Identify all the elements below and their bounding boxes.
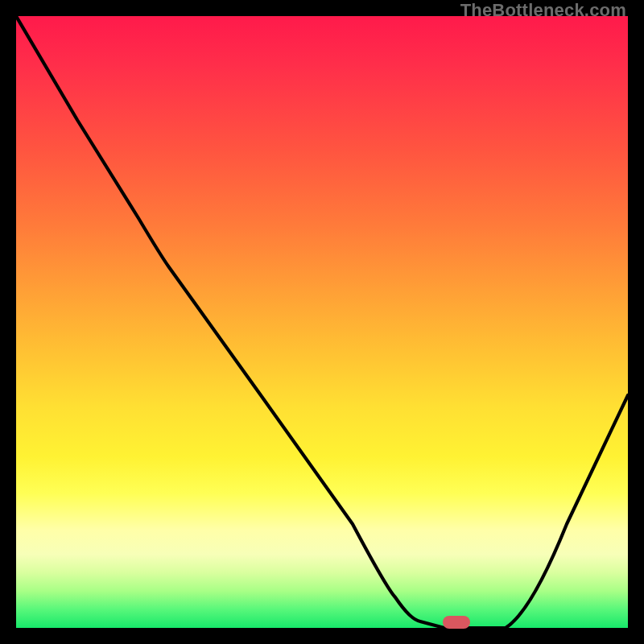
bottleneck-curve [16, 16, 628, 628]
bottleneck-curve-path [16, 16, 628, 628]
optimal-point-marker [443, 616, 470, 629]
plot-area [16, 16, 628, 628]
chart-frame: TheBottleneck.com [0, 0, 644, 644]
